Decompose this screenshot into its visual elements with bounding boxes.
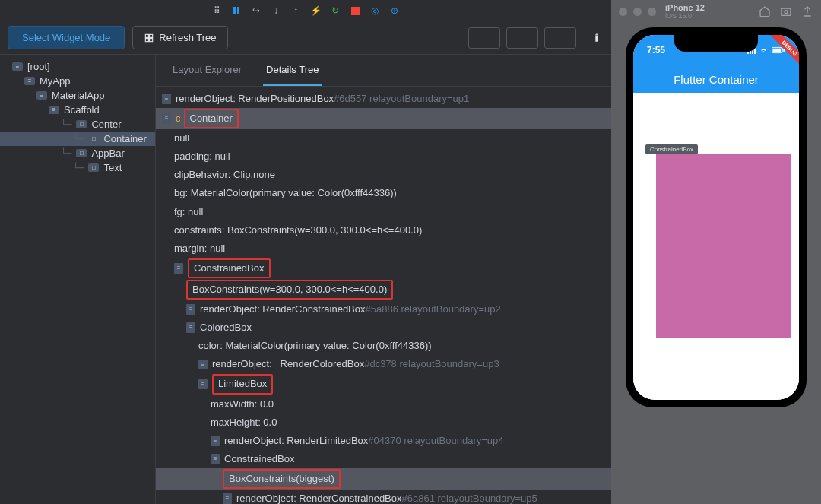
traffic-close-icon[interactable] bbox=[619, 8, 627, 16]
widget-tree-item[interactable]: └─ □Container bbox=[0, 132, 155, 146]
detail-text: Container bbox=[184, 109, 239, 128]
tab-details-tree[interactable]: Details Tree bbox=[263, 55, 322, 86]
detail-row[interactable]: BoxConstraints(biggest) bbox=[156, 468, 611, 490]
phone-body: ConstrainedBox bbox=[633, 93, 799, 400]
detail-text: color: MaterialColor(primary value: Colo… bbox=[198, 338, 432, 354]
toolbar-box[interactable] bbox=[468, 27, 500, 49]
detail-row[interactable]: color: MaterialColor(primary value: Colo… bbox=[156, 337, 611, 355]
detail-badge-icon: ≡ bbox=[186, 304, 195, 315]
svg-rect-4 bbox=[150, 34, 153, 37]
phone-screen[interactable]: 7:55 DEBUG Flutter Container Constrained… bbox=[633, 35, 799, 400]
detail-row[interactable]: ≡renderObject: RenderConstrainedBox#5a88… bbox=[156, 300, 611, 319]
svg-point-8 bbox=[785, 11, 788, 14]
widget-tree-item[interactable]: └─ □Text bbox=[0, 160, 155, 175]
detail-row[interactable]: constraints: BoxConstraints(w=300.0, 300… bbox=[156, 221, 611, 239]
widget-label: [root] bbox=[27, 61, 50, 72]
step-in-icon[interactable]: ↓ bbox=[269, 4, 283, 17]
detail-text: padding: null bbox=[174, 148, 230, 165]
details-tree[interactable]: ≡renderObject: RenderPositionedBox#6d557… bbox=[156, 87, 611, 504]
grip-icon[interactable]: ⠿ bbox=[210, 4, 223, 17]
widget-tree-item[interactable]: ≡MyApp bbox=[0, 74, 155, 88]
detail-dim-text: #5a886 relayoutBoundary=up2 bbox=[366, 301, 501, 318]
bolt-icon[interactable]: ⚡ bbox=[309, 4, 322, 17]
detail-row[interactable]: padding: null bbox=[156, 147, 611, 166]
widget-badge-icon: □ bbox=[76, 149, 87, 157]
widget-tree-item[interactable]: └─ □Center bbox=[0, 117, 155, 132]
share-icon[interactable] bbox=[801, 5, 813, 17]
detail-badge-icon: ≡ bbox=[211, 454, 220, 464]
traffic-max-icon[interactable] bbox=[648, 8, 656, 16]
detail-text: maxWidth: 0.0 bbox=[211, 396, 274, 413]
phone-notch bbox=[674, 35, 758, 52]
stop-icon[interactable] bbox=[348, 4, 362, 17]
detail-text: fg: null bbox=[174, 204, 203, 220]
detail-row[interactable]: margin: null bbox=[156, 239, 611, 258]
detail-row[interactable]: BoxConstraints(w=300.0, 300.0<=h<=400.0) bbox=[156, 279, 611, 300]
detail-text: BoxConstraints(biggest) bbox=[223, 469, 341, 489]
toolbar-box[interactable] bbox=[544, 27, 576, 49]
detail-row[interactable]: ≡renderObject: RenderPositionedBox#6d557… bbox=[156, 90, 611, 108]
detail-text: renderObject: RenderLimitedBox bbox=[224, 433, 368, 449]
widget-tree-item[interactable]: ≡[root] bbox=[0, 59, 155, 74]
detail-badge-icon: ≡ bbox=[186, 322, 195, 333]
zoom-target-icon[interactable]: ⊕ bbox=[388, 4, 401, 17]
toolbar-box[interactable] bbox=[506, 27, 538, 49]
detail-row[interactable]: ≡ConstrainedBox bbox=[156, 258, 611, 279]
detail-row[interactable]: ≡ColoredBox bbox=[156, 319, 611, 337]
select-widget-button[interactable]: Select Widget Mode bbox=[8, 26, 125, 49]
inspector-toolbar: Select Widget Mode Refresh Tree bbox=[0, 21, 611, 55]
detail-row[interactable]: bg: MaterialColor(primary value: Color(0… bbox=[156, 184, 611, 202]
refresh-tree-label: Refresh Tree bbox=[159, 32, 216, 43]
widget-tree-item[interactable]: ≡Scaffold bbox=[0, 103, 155, 117]
app-bar-title: Flutter Container bbox=[633, 65, 799, 93]
widget-badge-icon: ≡ bbox=[12, 62, 23, 71]
tab-layout-explorer[interactable]: Layout Explorer bbox=[170, 55, 245, 86]
details-panel: Layout Explorer Details Tree ≡renderObje… bbox=[156, 55, 611, 504]
svg-rect-6 bbox=[150, 38, 153, 41]
home-icon[interactable] bbox=[759, 5, 771, 17]
widget-tree-item[interactable]: ≡MaterialApp bbox=[0, 88, 155, 103]
detail-row[interactable]: clipBehavior: Clip.none bbox=[156, 166, 611, 184]
detail-row[interactable]: null bbox=[156, 129, 611, 147]
detail-text: renderObject: RenderConstrainedBox bbox=[200, 301, 366, 318]
refresh-icon[interactable]: ↻ bbox=[328, 4, 342, 17]
detail-text: maxHeight: 0.0 bbox=[211, 414, 277, 431]
detail-text: LimitedBox bbox=[212, 374, 273, 394]
svg-rect-0 bbox=[233, 7, 236, 14]
widget-badge-icon: ≡ bbox=[24, 77, 35, 85]
details-tabs: Layout Explorer Details Tree bbox=[156, 55, 611, 87]
screenshot-icon[interactable] bbox=[780, 5, 792, 17]
traffic-min-icon[interactable] bbox=[633, 8, 642, 16]
detail-row[interactable]: fg: null bbox=[156, 203, 611, 221]
detail-dim-text: #dc378 relayoutBoundary=up3 bbox=[364, 356, 499, 372]
detail-text: margin: null bbox=[174, 240, 225, 257]
detail-badge-icon: ≡ bbox=[198, 360, 208, 370]
widget-tree-panel[interactable]: ≡[root]≡MyApp≡MaterialApp≡Scaffold└─ □Ce… bbox=[0, 55, 156, 504]
step-over-icon[interactable]: ↪ bbox=[249, 4, 263, 17]
detail-dim-text: #6a861 relayoutBoundary=up5 bbox=[402, 490, 537, 504]
detail-row[interactable]: maxHeight: 0.0 bbox=[156, 414, 611, 432]
detail-row[interactable]: ≡LimitedBox bbox=[156, 373, 611, 395]
detail-text: BoxConstraints(w=300.0, 300.0<=h<=400.0) bbox=[186, 280, 393, 300]
detail-badge-icon: ≡ bbox=[198, 379, 208, 390]
detail-row[interactable]: ≡renderObject: RenderConstrainedBox#6a86… bbox=[156, 490, 611, 504]
detail-badge-icon: ≡ bbox=[211, 436, 220, 446]
pause-icon[interactable] bbox=[230, 4, 243, 17]
inspector-content: ≡[root]≡MyApp≡MaterialApp≡Scaffold└─ □Ce… bbox=[0, 55, 611, 504]
detail-row[interactable]: ≡ConstrainedBox bbox=[156, 450, 611, 468]
widget-badge-icon: □ bbox=[76, 120, 87, 128]
target-icon[interactable]: ◎ bbox=[368, 4, 382, 17]
detail-badge-icon: ≡ bbox=[223, 493, 232, 504]
status-time: 7:55 bbox=[647, 45, 665, 55]
widget-label: AppBar bbox=[91, 147, 124, 159]
detail-row[interactable]: ≡cContainer bbox=[156, 108, 611, 129]
step-out-icon[interactable]: ↑ bbox=[289, 4, 303, 17]
detail-text: renderObject: _RenderColoredBox bbox=[212, 356, 364, 372]
widget-tree-item[interactable]: └─ □AppBar bbox=[0, 146, 155, 160]
detail-row[interactable]: maxWidth: 0.0 bbox=[156, 395, 611, 414]
refresh-tree-button[interactable]: Refresh Tree bbox=[132, 26, 227, 49]
detail-text: ColoredBox bbox=[200, 319, 252, 336]
detail-row[interactable]: ≡renderObject: RenderLimitedBox#04370 re… bbox=[156, 432, 611, 450]
widget-badge-icon: ≡ bbox=[49, 106, 59, 114]
detail-row[interactable]: ≡renderObject: _RenderColoredBox#dc378 r… bbox=[156, 355, 611, 373]
